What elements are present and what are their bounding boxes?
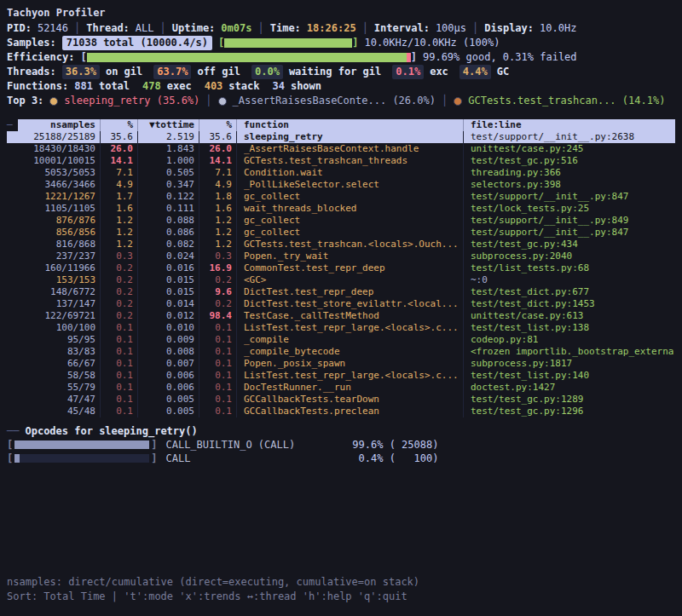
table-row[interactable]: 816/868 1.2 0.082 1.2 GCTests.test_trash… — [7, 239, 675, 250]
column-header-file[interactable]: file:line — [464, 119, 675, 131]
cell-pct2: 1.8 — [199, 191, 237, 203]
function-stat-value: 478 — [142, 79, 161, 94]
separator: │ — [472, 21, 478, 36]
table-row[interactable]: 83/83 0.1 0.008 0.1 _compile_bytecode <f… — [7, 346, 675, 358]
cell-nsamples: 83/83 — [7, 346, 101, 358]
table-row[interactable]: 66/67 0.1 0.007 0.1 Popen._posix_spawn s… — [7, 358, 675, 370]
table-row[interactable]: 1105/1105 1.6 0.111 1.6 wait_threads_blo… — [7, 203, 675, 215]
uptime-value: 0m07s — [221, 21, 251, 36]
column-header-pct2[interactable]: % — [199, 119, 237, 131]
cell-tottime: 0.024 — [138, 250, 199, 262]
interval-value: 100µs — [436, 21, 466, 36]
cell-pct1: 1.2 — [101, 239, 138, 250]
cell-tottime: 0.008 — [138, 346, 199, 358]
top3-row: Top 3: sleeping_retry (35.6%)│_AssertRai… — [7, 94, 675, 108]
table-row[interactable]: 100/100 0.1 0.010 0.1 ListTest.test_repr… — [7, 322, 675, 334]
cell-tottime: 0.014 — [138, 298, 199, 310]
opcode-stats: 0.4% ( 100) — [336, 452, 438, 465]
function-stat-label: total — [99, 79, 130, 94]
table-row[interactable]: 148/6772 0.2 0.015 9.6 DictTest.test_rep… — [7, 286, 675, 298]
cell-function: Popen._posix_spawn — [237, 358, 464, 370]
cell-file: test/test_gc.py:516 — [464, 155, 675, 167]
table-row[interactable]: 55/79 0.1 0.006 0.1 DocTestRunner.__run … — [7, 382, 675, 394]
cell-pct2: 0.2 — [199, 274, 237, 286]
table-row[interactable]: 45/48 0.1 0.005 0.1 GCCallbackTests.prec… — [7, 406, 675, 417]
cell-nsamples: 66/67 — [7, 358, 101, 370]
cell-file: test/support/__init__.py:847 — [464, 191, 675, 203]
table-header: nsamples % ▼tottime % function file:line — [7, 119, 675, 131]
cell-pct2: 35.6 — [199, 131, 237, 143]
cell-pct2: 0.1 — [199, 382, 237, 394]
cell-pct1: 0.1 — [101, 358, 138, 370]
separator: │ — [442, 94, 448, 108]
thread-value[interactable]: ALL — [136, 21, 154, 36]
thread-stat-value: 4.4% — [459, 65, 491, 79]
thread-stat-label: exc — [430, 65, 448, 79]
cell-nsamples: 122/69721 — [7, 310, 101, 322]
cell-file: ~:0 — [464, 274, 675, 286]
bar-bracket: ] — [411, 50, 417, 65]
opcodes-list: [ ] CALL_BUILTIN_O (CALL) 99.6% ( 25088)… — [7, 438, 675, 465]
table-row[interactable]: 3466/3466 4.9 0.347 4.9 _PollLikeSelecto… — [7, 179, 675, 191]
table-row[interactable]: 95/95 0.1 0.009 0.1 _compile codeop.py:8… — [7, 334, 675, 346]
table-row[interactable]: 10001/10015 14.1 1.000 14.1 GCTests.test… — [7, 155, 675, 167]
cell-pct2: 0.1 — [199, 370, 237, 382]
table-row[interactable]: 18430/18430 26.0 1.843 26.0 _AssertRaise… — [7, 143, 675, 155]
threads-label: Threads: — [7, 65, 56, 79]
threads-stats: 36.3%on gil63.7%off gil0.0%waiting for g… — [62, 65, 514, 79]
cell-tottime: 0.086 — [138, 227, 199, 239]
section-rule: ── — [7, 424, 19, 438]
cell-file: test/test_gc.py:434 — [464, 239, 675, 250]
cell-file: test/test_gc.py:1289 — [464, 394, 675, 406]
column-header-function[interactable]: function — [237, 119, 464, 131]
cell-file: threading.py:366 — [464, 167, 675, 179]
table-row[interactable]: 1221/1267 1.7 0.122 1.8 gc_collect test/… — [7, 191, 675, 203]
pid-label: PID: — [7, 21, 32, 36]
table-row[interactable]: 5053/5053 7.1 0.505 7.1 Condition.wait t… — [7, 167, 675, 179]
cell-nsamples: 148/6772 — [7, 286, 101, 298]
cell-tottime: 0.015 — [138, 274, 199, 286]
table-row[interactable]: 160/11966 0.2 0.016 16.9 CommonTest.test… — [7, 262, 675, 274]
cell-file: test/support/__init__.py:2638 — [464, 131, 675, 143]
function-stat-label: shown — [291, 79, 321, 94]
cell-pct2: 0.1 — [199, 334, 237, 346]
table-row[interactable]: 856/856 1.2 0.086 1.2 gc_collect test/su… — [7, 227, 675, 239]
top-function[interactable]: _AssertRaisesBaseConte... (26.0%) — [233, 94, 436, 108]
cell-function: TestCase._callTestMethod — [237, 310, 464, 322]
uptime-label: Uptime: — [172, 21, 216, 36]
cell-pct2: 0.1 — [199, 358, 237, 370]
column-header-nsamples[interactable]: nsamples — [7, 119, 101, 131]
display-value: 10.0Hz — [540, 21, 576, 36]
cell-file: test/lock_tests.py:25 — [464, 203, 675, 215]
cell-tottime: 0.505 — [138, 167, 199, 179]
cell-nsamples: 95/95 — [7, 334, 101, 346]
interval-label: Interval: — [374, 21, 430, 36]
table-row[interactable]: 137/147 0.2 0.014 0.2 DictTest.test_stor… — [7, 298, 675, 310]
table-row[interactable]: 25188/25189 35.6 2.519 35.6 sleeping_ret… — [7, 131, 675, 143]
table-row[interactable]: 47/47 0.1 0.005 0.1 GCCallbackTests.tear… — [7, 394, 675, 406]
cell-pct2: 0.1 — [199, 394, 237, 406]
column-header-tottime[interactable]: ▼tottime — [138, 119, 199, 131]
top-function[interactable]: GCTests.test_trashcan... (14.1%) — [468, 94, 665, 108]
cell-pct1: 0.1 — [101, 334, 138, 346]
table-row[interactable]: 122/69721 0.2 0.012 98.4 TestCase._callT… — [7, 310, 675, 322]
cell-file: <frozen importlib._bootstrap_externa — [464, 346, 675, 358]
table-row[interactable]: 58/58 0.1 0.006 0.1 ListTest.test_repr_l… — [7, 370, 675, 382]
top-function[interactable]: sleeping_retry (35.6%) — [64, 94, 199, 108]
cell-pct2: 98.4 — [199, 310, 237, 322]
function-table: nsamples % ▼tottime % function file:line… — [7, 119, 675, 417]
cell-nsamples: 1221/1267 — [7, 191, 101, 203]
pid-value: 52146 — [38, 21, 68, 36]
cell-file: doctest.py:1427 — [464, 382, 675, 394]
cell-file: subprocess.py:1817 — [464, 358, 675, 370]
column-header-pct1[interactable]: % — [101, 119, 138, 131]
table-row[interactable]: 153/153 0.2 0.015 0.2 <GC> ~:0 — [7, 274, 675, 286]
bar-bracket: [ — [7, 438, 13, 452]
table-row[interactable]: 237/237 0.3 0.024 0.3 Popen._try_wait su… — [7, 250, 675, 262]
cell-pct1: 0.1 — [101, 322, 138, 334]
display-label: Display: — [484, 21, 534, 36]
table-row[interactable]: 876/876 1.2 0.088 1.2 gc_collect test/su… — [7, 215, 675, 227]
cell-file: unittest/case.py:245 — [464, 143, 675, 155]
samples-rate: 10.0KHz/10.0KHz (100%) — [364, 36, 500, 50]
cell-pct2: 0.1 — [199, 322, 237, 334]
